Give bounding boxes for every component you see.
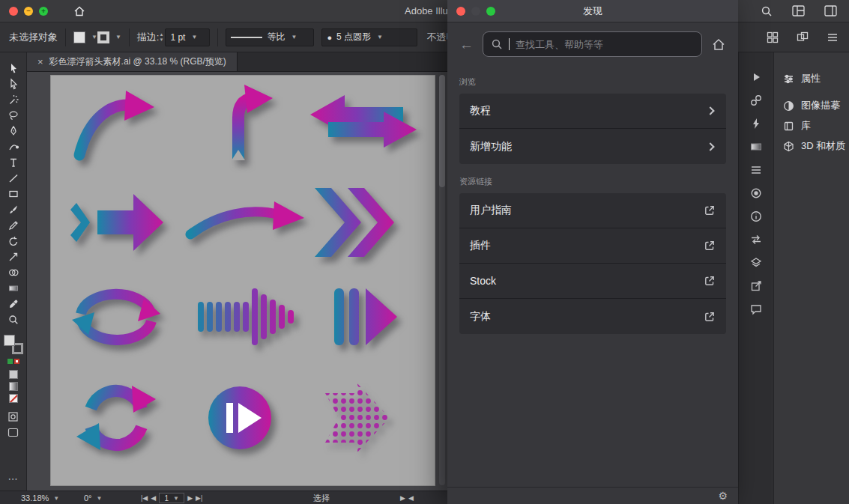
direct-selection-tool[interactable] — [4, 76, 22, 91]
none-button[interactable] — [9, 394, 18, 403]
align-grid-icon[interactable] — [767, 31, 779, 43]
circle-play-button[interactable] — [208, 386, 271, 449]
refresh-arrows[interactable] — [72, 294, 160, 340]
back-arrow-icon[interactable]: ← — [459, 37, 474, 52]
panel-layout-icon[interactable] — [824, 5, 837, 16]
search-icon[interactable] — [761, 5, 773, 17]
collapse-left-icon[interactable]: ◀ — [408, 494, 414, 502]
artboard[interactable] — [51, 76, 435, 485]
home-icon[interactable] — [711, 37, 726, 52]
list-item-label: Stock — [470, 275, 496, 287]
layers-panel-button[interactable] — [747, 256, 765, 270]
curvature-tool[interactable] — [4, 139, 22, 154]
fill-stroke-indicator[interactable] — [4, 335, 23, 354]
gradient-button[interactable] — [9, 382, 18, 391]
brush-field[interactable]: ● 5 点圆形 ▼ — [321, 28, 417, 46]
materials-3d-panel-tab[interactable]: 3D 和材质 — [783, 139, 849, 153]
comments-panel-button[interactable] — [747, 303, 765, 316]
mini-color-swatches[interactable] — [7, 359, 19, 364]
list-item-user-guide[interactable]: 用户指南 — [459, 193, 726, 228]
color-button[interactable] — [9, 370, 18, 379]
line-segment-tool[interactable] — [4, 170, 22, 186]
bars-play-arrow[interactable] — [334, 288, 397, 345]
list-item-tutorials[interactable]: 教程 — [459, 94, 726, 129]
stroke-weight-field[interactable]: 1 pt ▼ — [165, 28, 210, 46]
edit-toolbar-button[interactable]: ⋯ — [8, 473, 19, 485]
rotation-control[interactable]: 0° ▼ — [84, 491, 102, 504]
last-artboard-icon[interactable]: ▶| — [196, 494, 202, 502]
previous-artboard-icon[interactable]: ◀ — [151, 494, 156, 502]
stroke-label: 描边: — [137, 31, 160, 44]
striped-arrow[interactable] — [198, 288, 294, 345]
quick-actions-panel-button[interactable] — [747, 117, 765, 130]
search-input[interactable] — [516, 39, 694, 50]
draw-mode-button[interactable] — [4, 409, 22, 425]
fill-swatch[interactable]: ▼ — [73, 31, 97, 43]
libraries-panel-tab[interactable]: 库 — [783, 119, 849, 133]
status-mode[interactable]: 选择 — [313, 491, 330, 504]
screen-mode-button[interactable] — [4, 425, 22, 440]
close-button[interactable] — [9, 7, 18, 16]
double-horizontal-arrow[interactable] — [310, 95, 417, 148]
gradient-tool[interactable] — [4, 280, 22, 296]
workspace-switcher-icon[interactable] — [792, 5, 805, 16]
right-arrow-with-chevron[interactable] — [70, 194, 163, 251]
info-panel-button[interactable] — [747, 210, 765, 223]
scrollbar-thumb[interactable] — [439, 75, 445, 187]
next-artboard-icon[interactable]: ▶ — [187, 494, 193, 502]
rotate-tool[interactable] — [4, 233, 22, 249]
paintbrush-tool[interactable] — [4, 201, 22, 217]
first-artboard-icon[interactable]: |◀ — [141, 494, 148, 502]
list-item-fonts[interactable]: 字体 — [459, 299, 726, 334]
bent-up-arrow[interactable] — [232, 85, 273, 160]
circular-rotation-arrows[interactable] — [76, 383, 156, 452]
image-trace-panel-tab[interactable]: 图像描摹 — [783, 99, 849, 112]
export-panel-button[interactable] — [747, 279, 765, 293]
selection-tool[interactable] — [4, 60, 22, 76]
arrange-icon[interactable] — [797, 31, 809, 43]
eyedropper-tool[interactable] — [4, 296, 22, 312]
canvas[interactable] — [27, 72, 447, 491]
list-item-whats-new[interactable]: 新增功能 — [459, 129, 726, 164]
stroke-panel-button[interactable] — [747, 163, 765, 177]
curved-arrow[interactable] — [79, 91, 154, 155]
expand-right-icon[interactable]: ▶ — [400, 494, 405, 502]
zoom-button[interactable]: + — [39, 7, 48, 16]
document-tab[interactable]: × 彩色漂浮箭头素材.ai @ 33.18 % (RGB/预览) — [27, 52, 238, 71]
double-chevron-arrow[interactable] — [315, 188, 394, 257]
gear-icon[interactable]: ⚙ — [718, 491, 728, 501]
rectangle-tool[interactable] — [4, 186, 22, 201]
lasso-tool[interactable] — [4, 107, 22, 123]
stroke-weight-stepper[interactable]: ▲▼ — [159, 32, 163, 42]
actions-panel-button[interactable] — [747, 70, 765, 84]
minimize-button[interactable]: − — [24, 7, 33, 16]
artboard-number-field[interactable]: 1 ▼ — [159, 493, 184, 503]
fill-indicator[interactable] — [4, 335, 15, 346]
links-panel-button[interactable] — [747, 94, 765, 107]
dotted-halftone-arrow[interactable] — [325, 381, 390, 455]
hamburger-menu-icon[interactable] — [827, 32, 839, 43]
zoom-tool[interactable] — [4, 312, 22, 327]
list-item-plugins[interactable]: 插件 — [459, 228, 726, 264]
swoosh-arrow[interactable] — [190, 201, 304, 234]
close-tab-icon[interactable]: × — [37, 56, 43, 67]
zoom-control[interactable]: 33.18% ▼ — [21, 491, 59, 504]
properties-panel-tab[interactable]: 属性 — [783, 72, 849, 85]
discover-close-button[interactable] — [456, 7, 465, 16]
shape-builder-tool[interactable] — [4, 264, 22, 280]
stroke-profile-field[interactable]: 等比 ▼ — [226, 28, 314, 46]
stroke-swatch[interactable]: ▼ — [97, 31, 121, 43]
home-icon[interactable] — [73, 5, 85, 17]
pen-tool[interactable] — [4, 123, 22, 139]
type-tool[interactable] — [4, 154, 22, 170]
magic-wand-tool[interactable] — [4, 91, 22, 107]
scale-tool[interactable] — [4, 249, 22, 264]
color-panel-button[interactable] — [747, 186, 765, 200]
pencil-tool[interactable] — [4, 217, 22, 233]
vertical-scrollbar[interactable] — [439, 75, 445, 485]
discover-searchbox[interactable] — [483, 31, 702, 57]
gradient-panel-button[interactable] — [747, 140, 765, 154]
swap-panel-button[interactable] — [747, 233, 765, 246]
list-item-stock[interactable]: Stock — [459, 264, 726, 299]
discover-zoom-button[interactable] — [486, 7, 495, 16]
